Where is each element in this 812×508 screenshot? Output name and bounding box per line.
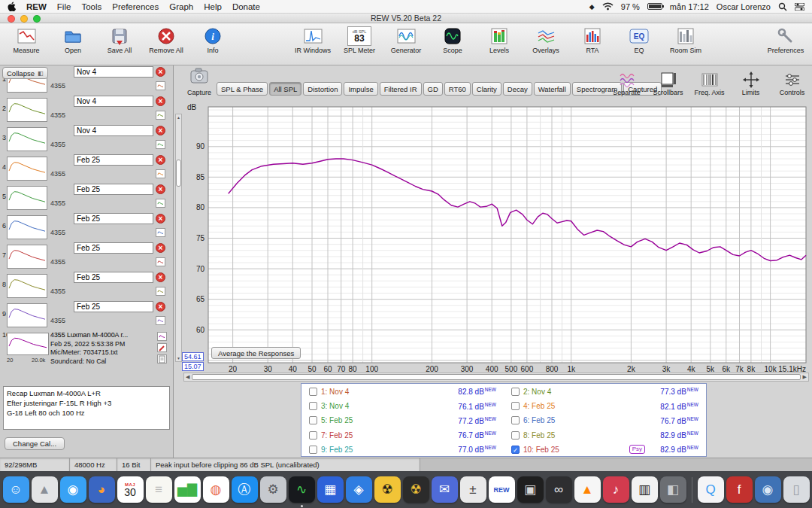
measurement-item-7[interactable]: ×74355 [0, 242, 173, 271]
menu-tools[interactable]: Tools [81, 2, 102, 11]
tab-all-spl[interactable]: All SPL [269, 82, 301, 96]
wifi-icon[interactable] [602, 2, 614, 11]
legend-label-10[interactable]: 10: Feb 25 [523, 446, 559, 454]
y-axis-min-field[interactable]: 54.61 [182, 352, 204, 361]
dock-icon-vlc[interactable]: ▲ [574, 476, 601, 503]
measurement-item-8[interactable]: ×84355 [0, 271, 173, 300]
legend-label-6[interactable]: 6: Feb 25 [523, 416, 555, 424]
legend-label-8[interactable]: 8: Feb 25 [523, 431, 555, 440]
tab-gd[interactable]: GD [423, 82, 443, 96]
room-sim-button[interactable]: Room Sim [667, 26, 704, 54]
measurement-name-input[interactable] [74, 154, 153, 166]
legend-label-4[interactable]: 4: Feb 25 [523, 402, 555, 410]
measurement-name-input[interactable] [74, 301, 153, 312]
menu-user[interactable]: Oscar Lorenzo [717, 2, 771, 11]
controls-button[interactable]: Controls [774, 71, 810, 96]
vertical-scrollbar[interactable]: ▲ ▼ [175, 114, 182, 362]
legend-checkbox-10[interactable]: ✓ [511, 446, 520, 454]
dock-icon-rew-measure[interactable]: ∿ [289, 476, 315, 503]
dock-icon-dropbox[interactable]: ◈ [346, 476, 372, 503]
legend-label-3[interactable]: 3: Nov 4 [321, 402, 349, 410]
dock-icon-launchpad-rocket[interactable]: ▲ [32, 476, 58, 503]
measurement-name-input[interactable] [74, 125, 153, 136]
legend-checkbox-9[interactable] [309, 446, 317, 454]
measurement-mini-chart-icon[interactable] [156, 199, 165, 208]
measurement-item-4[interactable]: ×44355 [0, 154, 173, 183]
legend-checkbox-5[interactable] [309, 416, 317, 424]
zoom-button[interactable] [33, 15, 41, 23]
control-center-icon[interactable] [795, 3, 804, 11]
delete-measurement-button[interactable]: × [156, 184, 165, 194]
dock-icon-binoculars-app[interactable]: ∞ [546, 476, 572, 503]
tab-spl-phase[interactable]: SPL & Phase [217, 82, 268, 96]
legend-checkbox-3[interactable] [309, 402, 317, 410]
measurement-name-input[interactable] [74, 242, 153, 254]
measurement-mini-chart-icon[interactable] [156, 316, 165, 325]
dock-icon-blue-grid-app[interactable]: ▦ [317, 476, 344, 503]
legend-label-5[interactable]: 5: Feb 25 [321, 416, 353, 424]
dock-icon-photos[interactable]: ◍ [203, 476, 229, 503]
delete-measurement-button[interactable]: × [156, 243, 165, 253]
menu-donate[interactable]: Donate [232, 2, 260, 11]
legend-checkbox-1[interactable] [309, 388, 317, 396]
tab-waterfall[interactable]: Waterfall [534, 82, 571, 96]
menu-graph[interactable]: Graph [169, 2, 193, 11]
dock-icon-rew-logo[interactable]: REW [489, 476, 515, 503]
vertical-scroll-thumb[interactable] [176, 160, 181, 187]
tab-decay[interactable]: Decay [503, 82, 532, 96]
change-cal-button[interactable]: Change Cal... [5, 437, 65, 450]
measurement-name-input[interactable] [74, 66, 153, 78]
levels-button[interactable]: Levels [480, 26, 518, 54]
measurement-item-5[interactable]: ×54355 [0, 183, 173, 212]
scroll-left-arrow[interactable]: ◀ [186, 374, 189, 380]
horizontal-scrollbar[interactable]: ◀ ▶ [183, 373, 809, 382]
horizontal-scroll-thumb[interactable] [192, 374, 801, 380]
measurement-chart-icon[interactable] [157, 332, 167, 341]
limits-button[interactable]: Limits [733, 71, 768, 96]
dock-icon-trash[interactable]: ▯ [783, 476, 810, 503]
dock-icon-photo-booth[interactable]: ◉ [755, 476, 781, 503]
spl-chart[interactable]: 6065707580859020304050607080100200300400… [183, 106, 808, 374]
measurement-item-6[interactable]: ×64355 [0, 212, 173, 242]
legend-label-9[interactable]: 9: Feb 25 [321, 446, 353, 454]
dock-icon-finder[interactable]: ☺ [3, 476, 29, 503]
tab-distortion[interactable]: Distortion [303, 82, 342, 96]
legend-checkbox-4[interactable] [511, 402, 520, 410]
legend-checkbox-2[interactable] [511, 388, 520, 396]
remove-all-button[interactable]: Remove All [147, 26, 185, 54]
delete-measurement-button[interactable]: × [156, 67, 165, 77]
menu-clock[interactable]: mån 17:12 [670, 2, 709, 11]
eq-button[interactable]: EQ EQ [620, 26, 658, 54]
measurement-name-input[interactable] [74, 272, 153, 283]
measurement-item-3[interactable]: ×34355 [0, 124, 173, 154]
dock-icon-safari[interactable]: ◉ [60, 476, 86, 503]
dock-icon-radiation-black[interactable]: ☢ [403, 476, 429, 503]
dock-icon-gray-app[interactable]: ◧ [660, 476, 686, 503]
title-bar[interactable]: REW V5.20 Beta 22 [0, 14, 812, 23]
dock-icon-system-preferences[interactable]: ⚙ [260, 476, 286, 503]
measurement-mini-chart-icon[interactable] [156, 257, 165, 266]
measurement-name-input[interactable] [74, 96, 153, 107]
separate-button[interactable]: Separate [609, 71, 644, 96]
open-button[interactable]: Open [54, 26, 92, 54]
menu-file[interactable]: File [57, 2, 71, 11]
legend-checkbox-7[interactable] [309, 431, 317, 440]
save-all-button[interactable]: Save All [101, 26, 138, 54]
legend-label-7[interactable]: 7: Feb 25 [321, 431, 353, 440]
delete-measurement-button[interactable]: × [156, 155, 165, 165]
measurement-name-input[interactable] [74, 184, 153, 195]
delete-measurement-button[interactable]: × [156, 214, 165, 224]
dock-icon-calendar[interactable]: MAJ30 [117, 476, 144, 503]
tab-rt60[interactable]: RT60 [444, 82, 471, 96]
psy-badge[interactable]: Psy [629, 445, 645, 454]
dock-icon-mail[interactable]: ✉ [432, 476, 458, 503]
measurement-item-9[interactable]: ×94355 [0, 300, 173, 330]
generator-button[interactable]: Generator [387, 26, 425, 54]
freq-axis-button[interactable]: Freq. Axis [692, 71, 727, 96]
notes-doc-icon[interactable] [157, 354, 167, 364]
dock-icon-app-store[interactable]: Ⓐ [232, 476, 258, 503]
spotlight-icon[interactable] [778, 2, 787, 11]
tab-filtered-ir[interactable]: Filtered IR [380, 82, 422, 96]
dock-icon-notes[interactable]: ≡ [146, 476, 172, 503]
tab-clarity[interactable]: Clarity [472, 82, 501, 96]
